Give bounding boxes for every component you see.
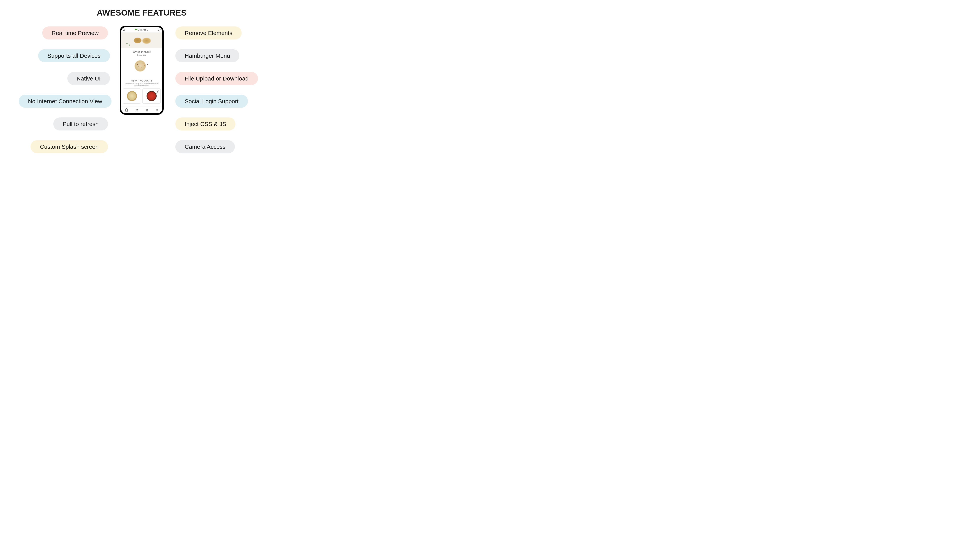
leaf-icon — [135, 29, 137, 31]
document-icon — [145, 109, 148, 112]
product-card[interactable] — [123, 88, 141, 103]
page-title: AWESOME FEATURES — [0, 0, 283, 18]
promo-title: 30%off on muesli — [122, 50, 161, 53]
tab-home[interactable]: Home — [125, 108, 128, 112]
muesli-image — [127, 57, 156, 75]
product-image-saffron — [147, 91, 157, 101]
home-icon — [125, 108, 128, 111]
feature-pull-to-refresh: Pull to refresh — [53, 117, 108, 130]
feature-native-ui: Native UI — [67, 72, 110, 85]
feature-remove-elements: Remove Elements — [176, 27, 242, 40]
feature-camera-access: Camera Access — [176, 140, 235, 153]
app-logo: ORGANIC — [135, 29, 148, 31]
svg-line-1 — [125, 30, 125, 31]
feature-hamburger-menu: Hamburger Menu — [176, 49, 239, 62]
product-grid — [121, 88, 162, 103]
feature-custom-splash: Custom Splash screen — [30, 140, 108, 153]
svg-point-0 — [123, 29, 125, 30]
svg-rect-2 — [136, 110, 137, 111]
app-header: ORGANIC — [121, 27, 162, 33]
search-icon[interactable] — [122, 28, 126, 32]
tab-home-label: Home — [125, 111, 128, 112]
promo-subtitle: limited time — [122, 54, 161, 56]
hero-food-image — [121, 33, 162, 48]
feature-social-login: Social Login Support — [176, 95, 248, 108]
feature-inject-css-js: Inject CSS & JS — [176, 117, 236, 130]
product-card[interactable] — [142, 88, 160, 103]
shop-icon — [135, 109, 138, 112]
feature-real-time-preview: Real time Preview — [42, 27, 108, 40]
features-layout: Real time Preview Supports all Devices N… — [0, 18, 283, 153]
feature-supports-all-devices: Supports all Devices — [38, 49, 110, 62]
tab-orders[interactable] — [145, 109, 148, 112]
user-icon — [155, 109, 159, 112]
feature-file-upload-download: File Upload or Download — [176, 72, 258, 85]
new-products-title: NEW PRODUCTS — [121, 79, 162, 82]
tab-profile[interactable] — [155, 109, 159, 112]
product-image-seeds — [127, 91, 137, 101]
features-left-column: Real time Preview Supports all Devices N… — [1, 27, 110, 153]
app-tabbar: Home — [121, 107, 162, 113]
tab-shop[interactable] — [135, 109, 138, 112]
feature-no-internet-view: No Internet Connection View — [19, 95, 112, 108]
heart-icon[interactable] — [157, 28, 161, 32]
arrow-up-icon[interactable] — [157, 92, 159, 95]
new-products-subtitle: Laboris nisi ut aliquip ex ea commodo co… — [121, 82, 162, 88]
heart-outline-icon[interactable] — [157, 90, 159, 92]
app-content: 30%off on muesli limited time NEW PRODUC… — [121, 33, 162, 107]
promo-section: 30%off on muesli limited time — [121, 48, 162, 76]
phone-mockup: ORGANIC 30%off on muesli limited time NE… — [120, 26, 164, 115]
svg-point-6 — [157, 109, 158, 110]
features-right-column: Remove Elements Hamburger Menu File Uplo… — [173, 27, 283, 153]
app-brand-text: ORGANIC — [138, 29, 148, 31]
